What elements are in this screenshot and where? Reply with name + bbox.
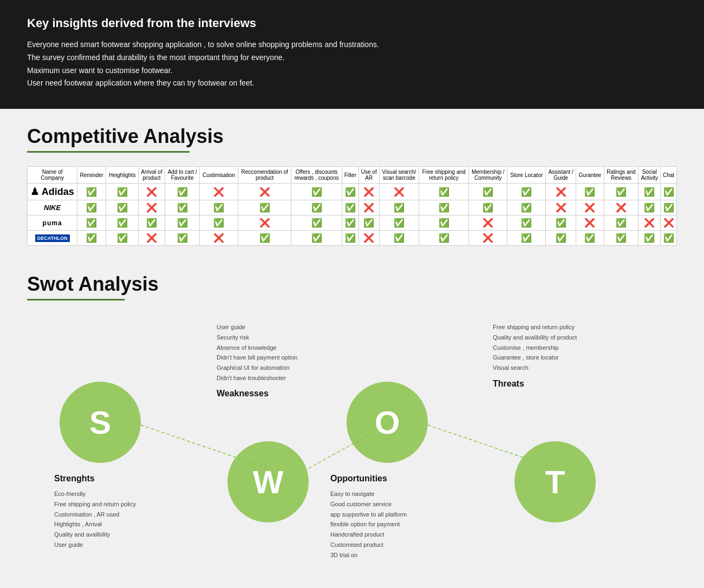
- opp-4: flexible option for payment: [330, 519, 449, 530]
- table-cell: ❌: [469, 231, 507, 246]
- cross-icon: ❌: [584, 218, 595, 227]
- col-addtocart: Add to cart /Favourite: [165, 167, 199, 184]
- strength-1: Eco-friendly: [54, 489, 162, 499]
- insight-point-2: The survey confirmed that durability is …: [27, 51, 677, 64]
- insight-point-3: Maximum user want to customise footwear.: [27, 64, 677, 77]
- swot-underline: [27, 299, 125, 300]
- col-customisation: Custimisation: [200, 167, 238, 184]
- opp-6: Customised product: [330, 540, 449, 550]
- table-cell: ✅: [661, 184, 677, 200]
- check-icon: ✅: [311, 233, 322, 243]
- weaknesses-label: Weaknesses: [217, 386, 336, 401]
- check-icon: ✅: [177, 187, 188, 197]
- table-cell: ❌: [379, 184, 419, 200]
- weakness-1: User guide: [217, 322, 336, 332]
- check-icon: ✅: [345, 187, 356, 197]
- check-icon: ✅: [439, 203, 449, 212]
- table-cell: ❌: [358, 184, 379, 200]
- cross-icon: ❌: [394, 187, 405, 197]
- table-cell: ❌: [200, 231, 238, 246]
- opp-2: Good customer service: [330, 499, 449, 509]
- check-icon: ✅: [146, 218, 157, 227]
- threat-5: Visual search: [493, 363, 623, 373]
- insight-point-1: Everyone need smart footwear shopping ap…: [27, 38, 677, 51]
- table-cell: ✅: [661, 200, 677, 215]
- swot-diagram: S W O T Strenghts Eco-friendly Free ship…: [27, 317, 677, 544]
- table-cell: ✅: [200, 200, 238, 215]
- cross-icon: ❌: [663, 218, 674, 227]
- table-row: NIKE✅✅❌✅✅✅✅✅❌✅✅✅✅❌❌❌✅✅: [28, 200, 677, 215]
- check-icon: ✅: [117, 218, 128, 227]
- table-cell: ✅: [576, 231, 604, 246]
- table-cell: ❌: [576, 215, 604, 231]
- circle-o: O: [347, 382, 428, 463]
- check-icon: ✅: [117, 203, 128, 212]
- check-icon: ✅: [177, 218, 188, 227]
- check-icon: ✅: [213, 203, 224, 212]
- opp-3: app supportive to all platform: [330, 509, 449, 520]
- check-icon: ✅: [521, 233, 532, 243]
- col-shipping: Free shipping andreturn policy: [419, 167, 469, 184]
- table-cell: ✅: [576, 184, 604, 200]
- check-icon: ✅: [345, 203, 356, 212]
- table-cell: ✅: [165, 231, 199, 246]
- table-cell: ✅: [165, 184, 199, 200]
- check-icon: ✅: [584, 233, 595, 243]
- table-cell: ✅: [106, 215, 139, 231]
- table-cell: ❌: [138, 231, 165, 246]
- table-cell: ✅: [138, 215, 165, 231]
- key-insights-title: Key insights derived from the interviews: [27, 16, 677, 30]
- table-cell: ✅: [200, 215, 238, 231]
- competitive-analysis-table: Name ofCompany Reminder Heighlights Arri…: [27, 166, 677, 246]
- threat-4: Guarantee , store locator: [493, 352, 623, 363]
- check-icon: ✅: [311, 218, 322, 227]
- strengths-label: Strenghts: [54, 471, 162, 486]
- cross-icon: ❌: [259, 187, 270, 197]
- col-highlights: Heighlights: [106, 167, 139, 184]
- table-cell: ✅: [507, 184, 546, 200]
- check-icon: ✅: [616, 218, 627, 227]
- table-cell: ✅: [507, 231, 546, 246]
- check-icon: ✅: [213, 218, 224, 227]
- col-membership: Membership /Community: [469, 167, 507, 184]
- circle-t: T: [514, 441, 596, 522]
- table-row: ♟ Adidas✅✅❌✅❌❌✅✅❌❌✅✅✅❌✅✅✅✅: [28, 184, 677, 200]
- strength-4: Highlights , Arrival: [54, 519, 162, 530]
- weakness-5: Graphical UI for automation: [217, 363, 336, 373]
- check-icon: ✅: [663, 233, 674, 243]
- strengths-block: Strenghts Eco-friendly Free shipping and…: [54, 471, 162, 550]
- check-icon: ✅: [311, 203, 322, 212]
- check-icon: ✅: [439, 233, 449, 243]
- strength-5: Quality and avalibility: [54, 530, 162, 540]
- check-icon: ✅: [616, 187, 627, 197]
- check-icon: ✅: [521, 218, 532, 227]
- table-body: ♟ Adidas✅✅❌✅❌❌✅✅❌❌✅✅✅❌✅✅✅✅NIKE✅✅❌✅✅✅✅✅❌✅…: [28, 184, 677, 246]
- insight-point-4: User need footwear application where the…: [27, 77, 677, 90]
- col-store: Store Locator: [507, 167, 546, 184]
- table-cell: ✅: [604, 231, 638, 246]
- swot-title: Swot Analysis: [27, 273, 677, 296]
- table-cell: ✅: [165, 215, 199, 231]
- threats-label: Threats: [493, 376, 623, 391]
- table-cell: ✅: [469, 200, 507, 215]
- competitive-analysis-title: Competitive Analysis: [27, 125, 677, 148]
- cross-icon: ❌: [363, 203, 374, 212]
- cross-icon: ❌: [584, 203, 595, 212]
- table-cell: ✅: [342, 200, 358, 215]
- table-cell: ✅: [106, 200, 139, 215]
- check-icon: ✅: [483, 187, 493, 197]
- table-cell: ✅: [379, 215, 419, 231]
- check-icon: ✅: [556, 218, 566, 227]
- table-cell: ✅: [507, 215, 546, 231]
- cross-icon: ❌: [483, 233, 493, 243]
- opportunities-block: Opportunities Easy to navigate Good cust…: [330, 471, 449, 560]
- check-icon: ✅: [556, 233, 566, 243]
- check-icon: ✅: [117, 187, 128, 197]
- weakness-4: Didn't have bill payment option: [217, 352, 336, 363]
- col-guarantee: Gurantee: [576, 167, 604, 184]
- check-icon: ✅: [439, 187, 449, 197]
- table-cell: ✅: [342, 184, 358, 200]
- check-icon: ✅: [363, 218, 374, 227]
- check-icon: ✅: [86, 203, 97, 212]
- competitive-analysis-underline: [27, 151, 190, 153]
